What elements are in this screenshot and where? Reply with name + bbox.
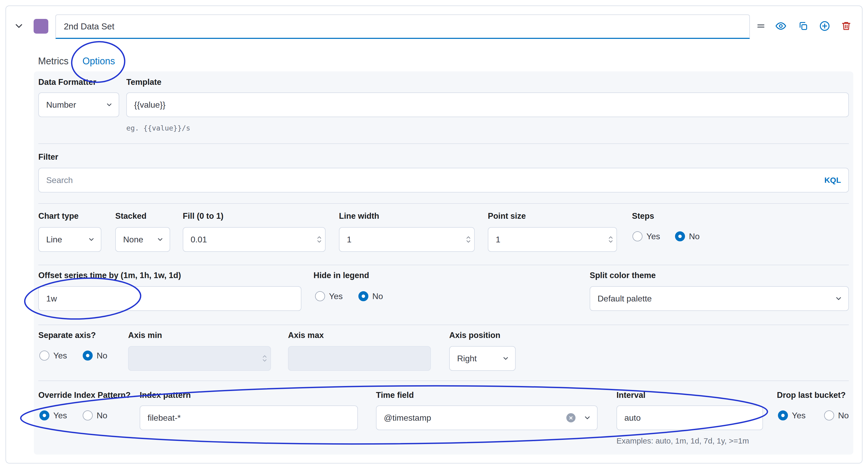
chart-type-value: Line: [46, 235, 62, 245]
filter-search-input[interactable]: [39, 168, 848, 192]
axis-position-value: Right: [457, 354, 477, 364]
stacked-label: Stacked: [115, 211, 147, 221]
drag-handle-icon[interactable]: [755, 20, 767, 32]
radio-label: Yes: [53, 411, 67, 420]
stacked-select[interactable]: None: [115, 227, 170, 252]
index-pattern-input[interactable]: [140, 406, 357, 430]
add-series-icon[interactable]: [819, 20, 831, 32]
template-field-wrap: [126, 92, 849, 117]
number-stepper[interactable]: [608, 236, 613, 243]
chart-type-select[interactable]: Line: [38, 227, 101, 252]
axis-position-select[interactable]: Right: [449, 346, 516, 371]
series-editor-card: Metrics Options Data Formatter Template …: [5, 5, 863, 464]
override-index-pattern-no-radio[interactable]: No: [83, 410, 107, 420]
override-index-pattern-yes-radio[interactable]: Yes: [39, 410, 67, 420]
hide-in-legend-no-radio[interactable]: No: [359, 291, 383, 301]
chevron-down-icon: [502, 355, 509, 362]
radio-label: No: [838, 411, 849, 420]
radio-circle: [632, 231, 643, 241]
axis-min-label: Axis min: [128, 331, 162, 340]
radio-circle: [824, 410, 834, 420]
interval-hint: Examples: auto, 1m, 1d, 7d, 1y, >=1m: [617, 436, 749, 445]
tab-metrics[interactable]: Metrics: [38, 56, 68, 67]
radio-label: Yes: [329, 291, 343, 301]
chevron-down-icon: [156, 236, 164, 243]
section-divider: [38, 380, 849, 381]
template-label: Template: [126, 77, 161, 87]
radio-label: No: [97, 351, 107, 361]
series-color-swatch[interactable]: [34, 19, 48, 34]
interval-field-wrap: [617, 405, 763, 430]
series-name-input[interactable]: [55, 14, 750, 39]
axis-max-input[interactable]: [288, 347, 430, 370]
split-color-theme-select[interactable]: Default palette: [590, 286, 849, 311]
template-hint: eg. {{value}}/s: [126, 124, 190, 132]
radio-circle: [39, 410, 49, 420]
point-size-input[interactable]: [488, 228, 617, 251]
radio-circle: [83, 350, 93, 361]
separate-axis-no-radio[interactable]: No: [83, 350, 107, 361]
steps-no-radio[interactable]: No: [675, 231, 700, 241]
number-stepper[interactable]: [466, 236, 471, 243]
fill-field-wrap: [183, 227, 326, 252]
time-field-combobox[interactable]: @timestamp ✕: [376, 405, 597, 430]
number-stepper: [262, 355, 267, 362]
clear-selection-icon[interactable]: ✕: [566, 413, 576, 423]
fill-label: Fill (0 to 1): [183, 211, 223, 221]
separate-axis-yes-radio[interactable]: Yes: [39, 350, 67, 361]
tab-options[interactable]: Options: [83, 56, 115, 67]
time-field-label: Time field: [376, 390, 414, 400]
clone-series-icon[interactable]: [797, 20, 809, 32]
offset-field-wrap: [38, 286, 302, 311]
fill-input[interactable]: [183, 228, 325, 251]
template-input[interactable]: [127, 93, 848, 117]
data-formatter-label: Data Formatter: [38, 77, 96, 87]
separate-axis-label: Separate axis?: [38, 331, 96, 340]
data-formatter-value: Number: [46, 100, 76, 110]
axis-position-label: Axis position: [449, 331, 500, 340]
delete-series-trash-icon[interactable]: [840, 20, 852, 32]
chevron-down-icon: [88, 236, 95, 243]
radio-circle: [39, 350, 49, 361]
chevron-down-icon: [105, 101, 113, 108]
point-size-label: Point size: [488, 211, 526, 221]
steps-label: Steps: [632, 211, 654, 221]
section-divider: [38, 265, 849, 265]
radio-label: Yes: [646, 231, 660, 241]
number-stepper[interactable]: [317, 236, 322, 243]
interval-input[interactable]: [617, 406, 763, 430]
line-width-input[interactable]: [339, 228, 474, 251]
index-pattern-label: Index pattern: [140, 390, 191, 400]
section-divider: [38, 324, 849, 325]
radio-label: No: [372, 291, 383, 301]
point-size-field-wrap: [488, 227, 617, 252]
radio-label: Yes: [792, 411, 806, 420]
radio-circle: [83, 410, 93, 420]
axis-min-field-wrap: [128, 346, 271, 371]
hide-in-legend-yes-radio[interactable]: Yes: [315, 291, 343, 301]
hide-in-legend-label: Hide in legend: [313, 271, 369, 280]
offset-input[interactable]: [39, 287, 301, 310]
kql-language-button[interactable]: KQL: [825, 176, 841, 185]
chart-type-label: Chart type: [38, 211, 79, 221]
section-divider: [38, 144, 849, 144]
steps-yes-radio[interactable]: Yes: [632, 231, 660, 241]
split-color-theme-label: Split color theme: [590, 271, 656, 280]
axis-min-input[interactable]: [129, 347, 271, 370]
split-color-theme-value: Default palette: [597, 294, 652, 304]
interval-label: Interval: [617, 390, 645, 400]
radio-label: No: [689, 231, 700, 241]
drop-last-bucket-no-radio[interactable]: No: [824, 410, 849, 420]
radio-label: No: [97, 411, 107, 420]
collapse-chevron-icon[interactable]: [13, 20, 25, 32]
axis-max-label: Axis max: [288, 331, 324, 340]
section-divider: [38, 203, 849, 204]
index-pattern-field-wrap: [140, 405, 358, 430]
time-field-value: @timestamp: [384, 413, 431, 423]
toggle-visibility-eye-icon[interactable]: [775, 20, 786, 32]
drop-last-bucket-yes-radio[interactable]: Yes: [778, 410, 806, 420]
radio-circle: [778, 410, 788, 420]
drop-last-bucket-label: Drop last bucket?: [777, 390, 846, 400]
radio-circle: [359, 291, 368, 301]
data-formatter-select[interactable]: Number: [38, 92, 119, 117]
